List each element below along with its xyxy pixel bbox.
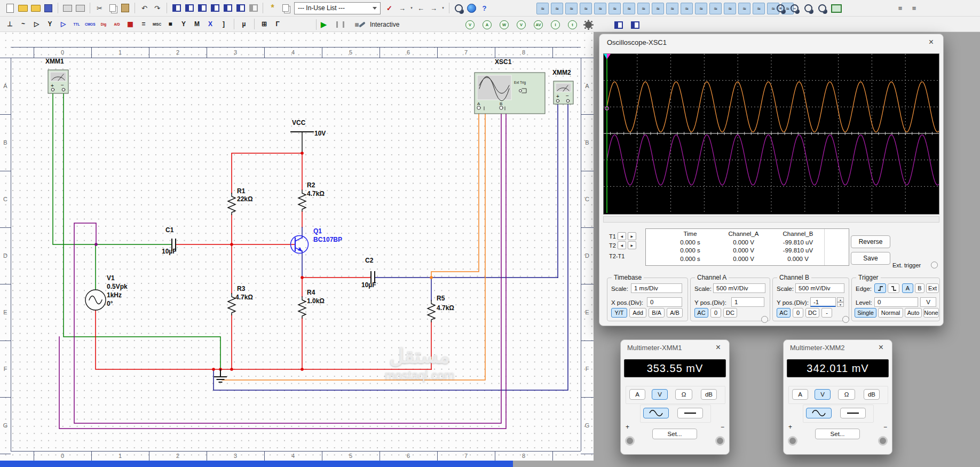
simulation-mode-label[interactable]: Interactive xyxy=(370,21,399,28)
copy-icon[interactable] xyxy=(107,3,118,14)
mode-db-button[interactable]: dB xyxy=(864,389,880,400)
zoom-out-icon[interactable]: − xyxy=(789,3,800,14)
database-merge-icon[interactable] xyxy=(280,3,291,14)
place-hierarchical-block-icon[interactable]: ⊞ xyxy=(259,19,270,29)
back-annotate-icon[interactable]: ← xyxy=(415,3,426,14)
forward-drop-icon[interactable]: ▾ xyxy=(441,3,445,14)
mode-current-button[interactable]: A xyxy=(629,389,645,400)
probe-i-5-icon[interactable]: I xyxy=(551,20,560,29)
redo-icon[interactable]: ↷ xyxy=(152,3,163,14)
place-misc-icon[interactable]: MISC xyxy=(152,19,163,29)
in-use-list-combobox[interactable]: --- In-Use List --- xyxy=(294,2,381,14)
channel-b-scale-input[interactable]: 500 mV/Div xyxy=(795,283,844,293)
ac-signal-button[interactable] xyxy=(643,408,669,418)
mode-voltage-button[interactable]: V xyxy=(652,389,668,400)
source-V1[interactable] xyxy=(85,290,106,310)
mode-voltage-button[interactable]: V xyxy=(815,389,831,400)
trigger-normal-button[interactable]: Normal xyxy=(878,308,903,318)
resistor-R1[interactable] xyxy=(228,193,235,215)
close-icon[interactable]: × xyxy=(876,343,886,352)
probe-v-0-icon[interactable]: V xyxy=(465,20,475,29)
print-preview-icon[interactable] xyxy=(75,3,86,14)
negative-terminal[interactable] xyxy=(878,436,888,446)
place-ni-icon[interactable]: X xyxy=(205,19,216,29)
find-example-icon[interactable] xyxy=(453,3,464,14)
timebase-xpos-input[interactable]: 0 xyxy=(647,297,682,307)
timebase-ba-button[interactable]: B/A xyxy=(649,308,665,318)
wire-input-xmm1-plus[interactable] xyxy=(53,92,172,244)
wire-xmm2-minus[interactable] xyxy=(214,102,568,390)
logic-converter-icon[interactable]: ≈ xyxy=(652,3,664,14)
print-icon[interactable] xyxy=(62,3,73,14)
oscilloscope-titlebar[interactable]: Oscilloscope-XSC1 × xyxy=(599,34,943,50)
agilent-function-generator-icon[interactable]: ≈ xyxy=(738,3,750,14)
toolbar-extra-icon-1[interactable] xyxy=(614,21,623,29)
erc-check-icon[interactable]: ✓ xyxy=(384,3,395,14)
wire-scope-a-minus[interactable] xyxy=(222,111,485,380)
run-simulation-button[interactable]: ▶ xyxy=(318,19,329,30)
place-rf-icon[interactable]: Y xyxy=(178,19,189,29)
zoom-in-icon[interactable]: + xyxy=(775,3,786,14)
four-channel-oscilloscope-icon[interactable]: ≈ xyxy=(594,3,606,14)
trigger-source-a-button[interactable]: A xyxy=(902,283,913,293)
probe-v-3-icon[interactable]: V xyxy=(517,20,526,29)
distortion-analyzer-icon[interactable]: ≈ xyxy=(695,3,707,14)
wire-scope-b-plus[interactable] xyxy=(74,111,501,423)
scope-scrollbar[interactable] xyxy=(603,216,939,223)
save-icon[interactable] xyxy=(43,3,54,14)
open-sample-icon[interactable] xyxy=(30,3,41,14)
resistor-R4[interactable] xyxy=(298,297,306,318)
multimeter-xmm1-window[interactable]: Multimeter-XMM1 × 353.55 mV A V Ω dB Set… xyxy=(620,339,730,455)
wire-ground-rail[interactable] xyxy=(96,310,431,369)
paste-icon[interactable] xyxy=(120,3,131,14)
positive-terminal[interactable] xyxy=(788,436,797,446)
multimeter-xmm2-icon[interactable]: + − xyxy=(554,81,573,104)
multimeter-icon[interactable]: ≈ xyxy=(536,3,549,14)
positive-terminal[interactable] xyxy=(625,436,635,446)
channel-b-minus-button[interactable]: - xyxy=(821,308,832,318)
trigger-auto-button[interactable]: Auto xyxy=(905,308,922,318)
probe-settings-icon[interactable] xyxy=(585,21,592,28)
help-icon[interactable]: ? xyxy=(479,3,490,14)
oscilloscope-icon[interactable]: ≈ xyxy=(580,3,592,14)
place-transistor-icon[interactable]: Y xyxy=(44,19,56,29)
set-button[interactable]: Set... xyxy=(652,429,697,439)
design-toolbox-icon[interactable] xyxy=(171,3,182,14)
place-basic-icon[interactable]: ~ xyxy=(18,19,29,29)
resistor-R2[interactable] xyxy=(298,190,306,211)
channel-a-scale-input[interactable]: 500 mV/Div xyxy=(713,283,765,293)
spectrum-analyzer-icon[interactable]: ≈ xyxy=(709,3,722,14)
trigger-single-button[interactable]: Single xyxy=(855,308,876,318)
resistor-R3[interactable] xyxy=(228,294,235,315)
wire-scope-a-plus[interactable] xyxy=(431,111,479,278)
new-document-icon[interactable] xyxy=(4,3,15,14)
spreadsheet-view-icon[interactable] xyxy=(184,3,195,14)
place-diode-icon[interactable]: ▷ xyxy=(31,19,42,29)
channel-b-ac-button[interactable]: AC xyxy=(777,308,791,318)
ac-signal-button[interactable] xyxy=(806,408,832,418)
multimeter-xmm1-icon[interactable]: + − xyxy=(48,70,68,93)
place-mixed-icon[interactable]: A/D xyxy=(112,19,123,29)
t1-right-button[interactable]: ▶ xyxy=(628,232,636,240)
place-bus-icon[interactable]: Γ xyxy=(272,19,283,29)
channel-a-0-button[interactable]: 0 xyxy=(710,308,721,318)
place-cmos-icon[interactable]: CMOS xyxy=(84,19,96,29)
fullscreen-icon[interactable] xyxy=(831,3,842,14)
spin-down-icon[interactable]: ▼ xyxy=(837,302,844,307)
spin-up-icon[interactable]: ▲ xyxy=(837,297,844,302)
mode-resistance-button[interactable]: Ω xyxy=(675,389,692,400)
trigger-source-b-button[interactable]: B xyxy=(915,283,924,293)
pause-simulation-button[interactable] xyxy=(335,19,346,30)
iv-analyzer-icon[interactable]: ≈ xyxy=(681,3,693,14)
t2-right-button[interactable]: ▶ xyxy=(628,241,636,249)
oscilloscope-xsc1-icon[interactable]: Ext Trig A B xyxy=(475,73,545,114)
channel-a-ypos-input[interactable]: 1 xyxy=(731,297,764,307)
trigger-none-button[interactable]: None xyxy=(923,308,939,318)
place-analog-icon[interactable]: ▷ xyxy=(58,19,69,29)
mode-resistance-button[interactable]: Ω xyxy=(838,389,855,400)
trigger-falling-edge-button[interactable] xyxy=(888,283,899,293)
set-button[interactable]: Set... xyxy=(815,429,860,439)
trigger-level-unit[interactable]: V xyxy=(920,297,936,307)
close-icon[interactable]: × xyxy=(714,343,723,352)
database-manager-icon[interactable] xyxy=(196,3,208,14)
